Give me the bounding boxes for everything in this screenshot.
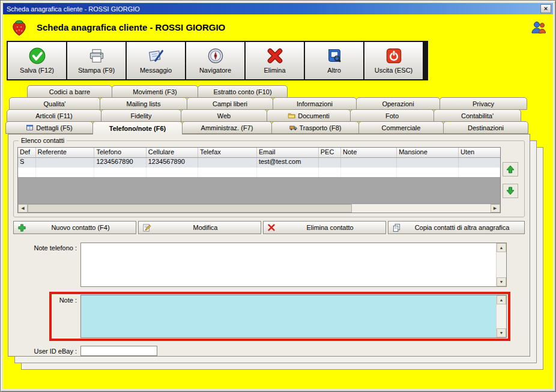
column-header[interactable]: PEC (319, 148, 341, 157)
strawberry-logo-icon (9, 17, 29, 37)
compass-icon (207, 47, 224, 64)
green-up-arrow-icon (506, 164, 515, 174)
note-telefono-textarea[interactable] (81, 243, 496, 286)
scroll-down-button[interactable]: ▼ (497, 277, 506, 286)
elimina-button[interactable]: Elimina (246, 42, 304, 79)
messaggio-button[interactable]: Messaggio (127, 42, 185, 79)
move-up-button[interactable] (503, 162, 518, 176)
book-search-icon (326, 47, 343, 64)
window-title: Scheda anagrafica cliente - ROSSI GIORGI… (7, 5, 540, 13)
message-icon (148, 47, 165, 64)
tab-operazioni[interactable]: Operazioni (356, 97, 440, 110)
plus-icon (17, 223, 26, 232)
tab-destinazioni[interactable]: Destinazioni (443, 121, 528, 134)
tab-fidelity[interactable]: Fidelity (101, 109, 181, 122)
elimina-contatto-button[interactable]: Elimina contatto (263, 221, 386, 234)
column-header[interactable]: Mansione (397, 148, 459, 157)
tab-articoli[interactable]: Articoli (F11) (7, 109, 101, 122)
truck-icon (289, 124, 297, 131)
note-telefono-row: Note telefono : ▲ ▼ (13, 243, 525, 287)
tab-dettagli[interactable]: Dettagli (F5) (5, 121, 93, 134)
table-row[interactable]: S 1234567890 1234567890 test@test.com (18, 158, 500, 167)
tab-amministraz[interactable]: Amministraz. (F7) (182, 121, 272, 134)
app-window: Scheda anagrafica cliente - ROSSI GIORGI… (0, 0, 556, 392)
details-icon (26, 124, 34, 131)
tab-qualita[interactable]: Qualita' (9, 97, 100, 110)
column-header[interactable]: Uten (459, 148, 500, 157)
stampa-button[interactable]: Stampa (F9) (67, 42, 125, 79)
users-icon[interactable] (530, 20, 547, 34)
groupbox-legend: Elenco contatti (19, 137, 67, 144)
tab-campi-liberi[interactable]: Campi liberi (187, 97, 273, 110)
tab-mailing-lists[interactable]: Mailing lists (100, 97, 187, 110)
column-header[interactable]: Def (18, 148, 36, 157)
note-field: ▲ ▼ (80, 295, 507, 338)
column-header[interactable]: Cellulare (147, 148, 198, 157)
note-vscrollbar[interactable]: ▲ ▼ (496, 295, 506, 337)
column-header[interactable]: Telefono (94, 148, 146, 157)
elenco-contatti-groupbox: Elenco contatti Def Referente Telefono C… (13, 140, 525, 217)
tab-estratto-conto[interactable]: Estratto conto (F10) (198, 85, 288, 98)
scroll-down-button[interactable]: ▼ (497, 328, 506, 337)
salva-button[interactable]: Salva (F12) (8, 42, 66, 79)
tab-commerciale[interactable]: Commerciale (358, 121, 444, 134)
modifica-button[interactable]: Modifica (138, 221, 261, 234)
scroll-left-icon: ◀ (21, 206, 24, 211)
panel-stack: Elenco contatti Def Referente Telefono C… (8, 134, 553, 357)
ebay-user-id-input[interactable] (80, 346, 157, 356)
copia-contatti-button[interactable]: Copia contatti di altra anagrafica (388, 221, 525, 234)
titlebar: Scheda anagrafica cliente - ROSSI GIORGI… (3, 3, 553, 14)
tab-telefono-note[interactable]: Telefono/note (F6) (92, 121, 183, 134)
scroll-up-icon: ▲ (500, 246, 504, 250)
tab-contabilita[interactable]: Contabilita' (434, 109, 521, 122)
nuovo-contatto-button[interactable]: Nuovo contatto (F4) (13, 221, 136, 234)
table-row-empty[interactable] (18, 167, 500, 177)
tab-informazioni[interactable]: Informazioni (273, 97, 357, 110)
tab-privacy[interactable]: Privacy (440, 97, 527, 110)
close-icon: × (544, 5, 548, 12)
column-header[interactable]: Telefax (198, 148, 257, 157)
note-telefono-label: Note telefono : (13, 243, 80, 252)
table-hscrollbar[interactable]: ◀ ▶ (18, 204, 500, 213)
scroll-left-button[interactable]: ◀ (18, 204, 28, 213)
uscita-button[interactable]: Uscita (ESC) (364, 42, 423, 79)
note-telefono-field: ▲ ▼ (80, 243, 507, 287)
navigatore-button[interactable]: Navigatore (186, 42, 244, 79)
contact-actions: Nuovo contatto (F4) Modifica Elimina con… (13, 221, 525, 234)
column-header[interactable]: Referente (36, 148, 95, 157)
tab-foto[interactable]: Foto (350, 109, 434, 122)
altro-button[interactable]: Altro (305, 42, 363, 79)
printer-icon (88, 47, 105, 64)
app-header: Scheda anagrafica cliente - ROSSI GIORGI… (3, 14, 553, 40)
delete-x-icon (267, 223, 276, 232)
tab-trasporto[interactable]: Trasporto (F8) (271, 121, 359, 134)
power-icon (385, 47, 402, 64)
delete-x-icon (267, 47, 283, 64)
tab-documenti[interactable]: Documenti (267, 109, 351, 122)
page-title: Scheda anagrafica cliente - ROSSI GIORGI… (37, 22, 530, 32)
table-empty-area (18, 177, 500, 204)
move-down-button[interactable] (503, 184, 518, 198)
green-down-arrow-icon (506, 186, 515, 196)
scroll-up-button[interactable]: ▲ (497, 243, 506, 252)
scroll-down-icon: ▼ (500, 280, 504, 284)
tab-web[interactable]: Web (181, 109, 267, 122)
contacts-table: Def Referente Telefono Cellulare Telefax… (17, 147, 501, 213)
hscroll-thumb[interactable] (28, 204, 352, 213)
close-button[interactable]: × (540, 4, 551, 13)
tab-codici-a-barre[interactable]: Codici a barre (27, 85, 112, 98)
note-highlight-box: Note : ▲ ▼ (49, 292, 510, 341)
copy-icon (392, 223, 401, 232)
hscroll-track[interactable] (352, 204, 491, 213)
column-header[interactable]: Email (257, 148, 319, 157)
scroll-up-icon: ▲ (500, 298, 504, 302)
note-label: Note : (53, 295, 80, 304)
tab-movimenti[interactable]: Movimenti (F3) (112, 85, 198, 98)
column-header[interactable]: Note (341, 148, 397, 157)
scroll-right-button[interactable]: ▶ (491, 204, 500, 213)
note-telefono-vscrollbar[interactable]: ▲ ▼ (496, 243, 506, 286)
save-check-icon (29, 47, 46, 64)
scroll-up-button[interactable]: ▲ (497, 295, 506, 304)
tab-strip: Codici a barre Movimenti (F3) Estratto c… (4, 85, 553, 134)
note-textarea[interactable] (81, 295, 496, 337)
